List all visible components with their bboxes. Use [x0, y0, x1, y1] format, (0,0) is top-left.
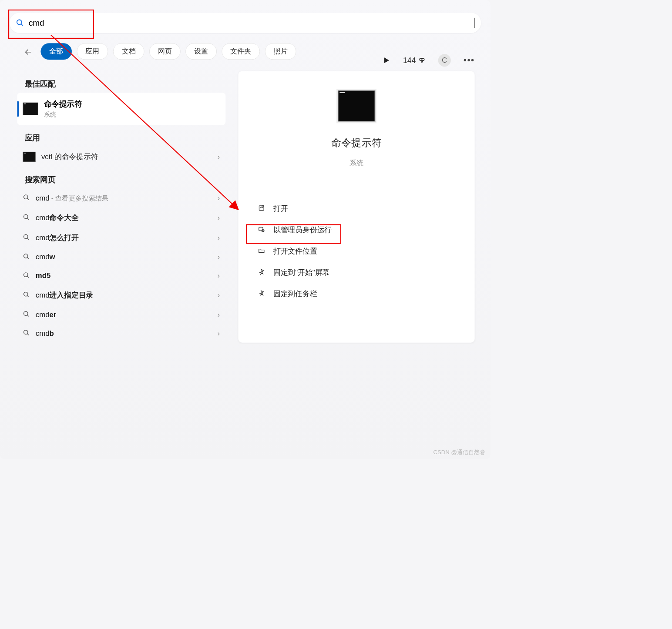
search-icon — [23, 272, 30, 280]
svg-marker-3 — [384, 57, 389, 63]
action-folder[interactable]: 打开文件位置 — [254, 242, 459, 261]
web-result[interactable]: cmdb› — [17, 324, 225, 343]
pin-icon — [257, 289, 265, 298]
svg-line-15 — [27, 276, 29, 278]
chevron-right-icon: › — [218, 214, 220, 222]
results-column: 最佳匹配 命令提示符 系统 应用 vctl 的命令提示符 › 搜索网页 cmd … — [10, 71, 225, 343]
chevron-right-icon: › — [218, 153, 220, 161]
search-icon — [23, 253, 30, 261]
chevron-right-icon: › — [218, 234, 220, 242]
web-result[interactable]: cmder› — [17, 305, 225, 324]
svg-line-19 — [27, 315, 29, 316]
filter-tab-folders[interactable]: 文件夹 — [222, 43, 260, 60]
filter-tab-docs[interactable]: 文档 — [113, 43, 144, 60]
search-bar[interactable] — [10, 13, 481, 33]
action-pin[interactable]: 固定到任务栏 — [254, 284, 459, 303]
web-result[interactable]: cmd进入指定目录› — [17, 285, 225, 305]
search-input[interactable] — [29, 18, 475, 28]
rewards-points[interactable]: 144 — [403, 56, 425, 64]
search-icon — [23, 329, 30, 338]
filter-tab-web[interactable]: 网页 — [149, 43, 181, 60]
folder-icon — [257, 247, 265, 256]
chevron-right-icon: › — [218, 253, 220, 261]
pin-icon — [257, 268, 265, 277]
web-result-label: cmder — [36, 310, 57, 319]
svg-point-5 — [422, 58, 424, 60]
app-result-label: vctl 的命令提示符 — [41, 152, 98, 162]
web-result-label: md5 — [36, 271, 51, 280]
best-match-subtitle: 系统 — [44, 110, 82, 119]
action-label: 打开文件位置 — [273, 246, 317, 256]
detail-subtitle: 系统 — [349, 158, 363, 168]
svg-line-7 — [27, 198, 29, 200]
action-label: 打开 — [273, 204, 288, 214]
svg-point-6 — [24, 195, 28, 199]
search-icon — [16, 19, 24, 27]
svg-point-14 — [24, 273, 28, 277]
svg-line-21 — [27, 334, 29, 335]
top-right-cluster: 144 C ••• — [382, 54, 475, 67]
svg-point-16 — [24, 292, 28, 296]
svg-line-17 — [27, 295, 29, 297]
action-pin[interactable]: 固定到"开始"屏幕 — [254, 263, 459, 282]
svg-point-12 — [24, 254, 28, 258]
filter-tab-settings[interactable]: 设置 — [185, 43, 217, 60]
chevron-right-icon: › — [218, 194, 220, 202]
svg-point-8 — [24, 214, 28, 218]
svg-point-4 — [420, 58, 422, 60]
action-admin[interactable]: 以管理员身份运行 — [254, 221, 459, 239]
web-result-label: cmdb — [36, 329, 54, 338]
action-label: 固定到"开始"屏幕 — [273, 268, 329, 278]
svg-line-13 — [27, 257, 29, 258]
web-result[interactable]: cmd命令大全› — [17, 207, 225, 228]
web-result-label: cmd怎么打开 — [36, 233, 79, 243]
rewards-points-value: 144 — [403, 56, 416, 64]
svg-line-9 — [27, 218, 29, 219]
web-result[interactable]: cmd - 查看更多搜索结果› — [17, 189, 225, 208]
action-open[interactable]: 打开 — [254, 199, 459, 218]
watermark-text: CSDN @通信自然卷 — [433, 448, 486, 456]
web-result-label: cmd - 查看更多搜索结果 — [36, 194, 109, 202]
cmd-app-icon-large — [338, 90, 375, 122]
detail-title: 命令提示符 — [331, 136, 382, 150]
chevron-right-icon: › — [218, 311, 220, 319]
web-header: 搜索网页 — [25, 175, 225, 185]
text-caret — [474, 18, 475, 28]
web-result[interactable]: cmd怎么打开› — [17, 228, 225, 248]
best-match-result[interactable]: 命令提示符 系统 — [17, 93, 225, 125]
svg-point-20 — [24, 330, 28, 334]
admin-icon — [257, 226, 265, 234]
play-icon[interactable] — [382, 56, 390, 64]
detail-panel: 命令提示符 系统 打开以管理员身份运行打开文件位置固定到"开始"屏幕固定到任务栏 — [239, 71, 475, 343]
back-arrow-icon[interactable] — [21, 44, 36, 58]
svg-line-1 — [21, 24, 23, 26]
best-match-header: 最佳匹配 — [25, 79, 225, 89]
filter-tab-photos[interactable]: 照片 — [265, 43, 296, 60]
filter-tab-all[interactable]: 全部 — [40, 43, 72, 60]
action-label: 固定到任务栏 — [273, 289, 317, 299]
filter-tab-apps[interactable]: 应用 — [77, 43, 108, 60]
search-icon — [23, 214, 30, 222]
chevron-right-icon: › — [218, 329, 220, 338]
cmd-app-icon — [23, 152, 36, 162]
chevron-right-icon: › — [218, 272, 220, 280]
svg-point-18 — [24, 311, 28, 315]
search-icon — [23, 194, 30, 202]
svg-point-10 — [24, 234, 28, 238]
app-result-vctl[interactable]: vctl 的命令提示符 › — [17, 147, 225, 167]
apps-header: 应用 — [25, 133, 225, 143]
search-icon — [23, 291, 30, 299]
open-icon — [257, 204, 265, 213]
user-avatar[interactable]: C — [438, 54, 450, 67]
web-result[interactable]: cmdw› — [17, 248, 225, 266]
search-icon — [23, 234, 30, 242]
svg-point-0 — [17, 20, 22, 24]
search-icon — [23, 311, 30, 319]
chevron-right-icon: › — [218, 291, 220, 299]
web-result-label: cmd命令大全 — [36, 213, 79, 223]
cmd-app-icon — [23, 103, 38, 115]
more-icon[interactable]: ••• — [464, 55, 475, 65]
web-result-label: cmdw — [36, 253, 55, 261]
web-result[interactable]: md5› — [17, 266, 225, 285]
web-result-label: cmd进入指定目录 — [36, 290, 93, 300]
